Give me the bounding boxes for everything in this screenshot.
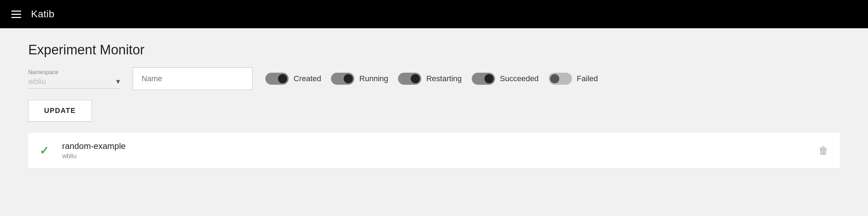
toggle-item-succeeded: Succeeded [472,73,539,85]
toggle-restarting[interactable] [398,73,421,85]
experiment-namespace: wbliu [62,152,809,160]
app-title: Katib [31,8,54,20]
filter-row: Namespace wbliu ▾ Created [28,67,840,90]
menu-icon[interactable] [11,11,21,18]
main-content: Experiment Monitor Namespace wbliu ▾ Cre… [0,28,868,183]
namespace-label: Namespace [28,69,120,76]
toggle-item-running: Running [331,73,388,85]
experiment-actions: 🗑 [819,145,828,156]
page-title: Experiment Monitor [28,42,840,58]
toggle-label-succeeded: Succeeded [500,74,539,83]
namespace-value: wbliu [28,77,113,86]
experiment-info: random-example wbliu [62,141,809,160]
toggle-group: Created Running Restarting [265,73,598,85]
experiments-list: ✓ random-example wbliu 🗑 [28,133,840,169]
toggle-label-running: Running [359,74,388,83]
toggle-item-failed: Failed [549,73,598,85]
list-item: ✓ random-example wbliu 🗑 [28,133,840,169]
namespace-select[interactable]: wbliu ▾ [28,77,120,89]
toggle-label-restarting: Restarting [426,74,462,83]
toggle-failed[interactable] [549,73,572,85]
update-row: UPDATE [28,100,840,121]
toggle-succeeded[interactable] [472,73,495,85]
name-input[interactable] [133,67,253,90]
toggle-label-failed: Failed [577,74,598,83]
update-button[interactable]: UPDATE [28,100,92,121]
chevron-down-icon: ▾ [116,77,120,86]
success-icon: ✓ [40,144,52,157]
namespace-group: Namespace wbliu ▾ [28,69,120,89]
toggle-label-created: Created [294,74,321,83]
toggle-item-created: Created [265,73,321,85]
toggle-running[interactable] [331,73,354,85]
toggle-item-restarting: Restarting [398,73,462,85]
toggle-created[interactable] [265,73,289,85]
delete-icon[interactable]: 🗑 [819,145,828,156]
navbar: Katib [0,0,868,28]
experiment-name: random-example [62,141,809,151]
